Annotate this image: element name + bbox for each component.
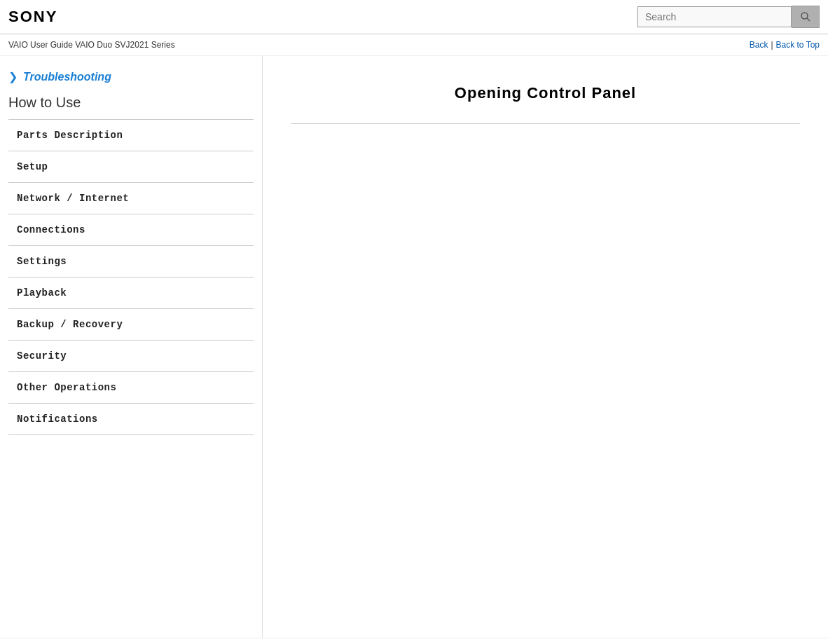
breadcrumb-bar: VAIO User Guide VAIO Duo SVJ2021 Series …	[0, 34, 828, 56]
search-button[interactable]	[792, 6, 820, 28]
back-link[interactable]: Back	[750, 40, 768, 50]
sony-logo: SONY	[8, 8, 57, 26]
content-area: Opening Control Panel	[263, 56, 828, 638]
sidebar-nav-item[interactable]: Settings	[8, 246, 254, 277]
back-to-top-link[interactable]: Back to Top	[776, 40, 820, 50]
chevron-icon: ❯	[8, 70, 18, 83]
separator: |	[771, 40, 773, 50]
nav-divider	[8, 434, 254, 435]
main-layout: ❯ Troubleshooting How to Use Parts Descr…	[0, 56, 828, 638]
guide-title: VAIO User Guide VAIO Duo SVJ2021 Series	[8, 40, 175, 50]
header: SONY	[0, 0, 828, 34]
how-to-use-title: How to Use	[8, 95, 254, 115]
svg-line-1	[807, 18, 810, 21]
search-input[interactable]	[637, 6, 792, 27]
search-icon	[800, 11, 811, 22]
sidebar-nav-item[interactable]: Parts Description	[8, 120, 254, 151]
sidebar-nav-item[interactable]: Playback	[8, 278, 254, 308]
sidebar-nav-item[interactable]: Network / Internet	[8, 183, 254, 214]
page-title: Opening Control Panel	[291, 84, 800, 102]
sidebar-nav-item[interactable]: Notifications	[8, 404, 254, 434]
sidebar-nav-item[interactable]: Security	[8, 341, 254, 371]
content-divider	[291, 123, 800, 124]
troubleshooting-section: ❯ Troubleshooting	[8, 70, 254, 83]
how-to-use-section: How to Use Parts DescriptionSetupNetwork…	[8, 95, 254, 435]
sidebar-nav-item[interactable]: Connections	[8, 214, 254, 245]
footer: © 2012 Sony Corporation	[0, 638, 828, 644]
svg-point-0	[801, 13, 808, 19]
troubleshooting-label[interactable]: Troubleshooting	[23, 71, 111, 83]
sidebar: ❯ Troubleshooting How to Use Parts Descr…	[0, 56, 263, 638]
sidebar-nav-item[interactable]: Other Operations	[8, 372, 254, 403]
breadcrumb-links: Back | Back to Top	[750, 40, 820, 50]
nav-list: Parts DescriptionSetupNetwork / Internet…	[8, 120, 254, 435]
sidebar-nav-item[interactable]: Setup	[8, 151, 254, 182]
sidebar-nav-item[interactable]: Backup / Recovery	[8, 309, 254, 340]
search-area	[637, 6, 820, 28]
